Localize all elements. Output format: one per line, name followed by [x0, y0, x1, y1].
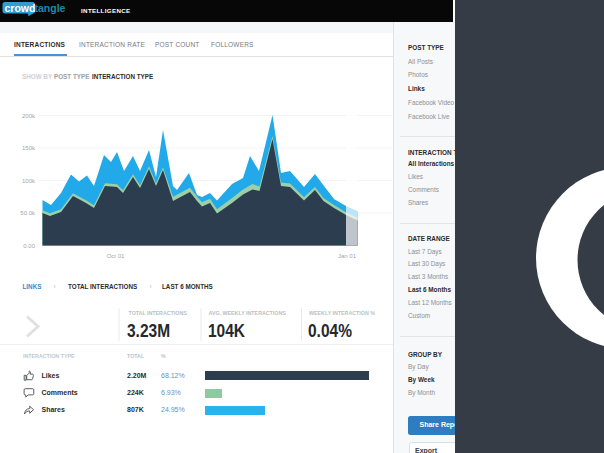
- svg-text:crowd: crowd: [5, 2, 36, 14]
- svg-text:0.00: 0.00: [23, 243, 35, 249]
- svg-text:tangle: tangle: [35, 2, 66, 14]
- svg-text:150k: 150k: [22, 145, 36, 151]
- svg-text:Jan 01: Jan 01: [338, 253, 357, 259]
- svg-text:200k: 200k: [22, 113, 36, 119]
- svg-text:50.0k: 50.0k: [20, 210, 36, 216]
- svg-text:Oct 01: Oct 01: [107, 253, 125, 259]
- svg-text:100k: 100k: [22, 178, 36, 184]
